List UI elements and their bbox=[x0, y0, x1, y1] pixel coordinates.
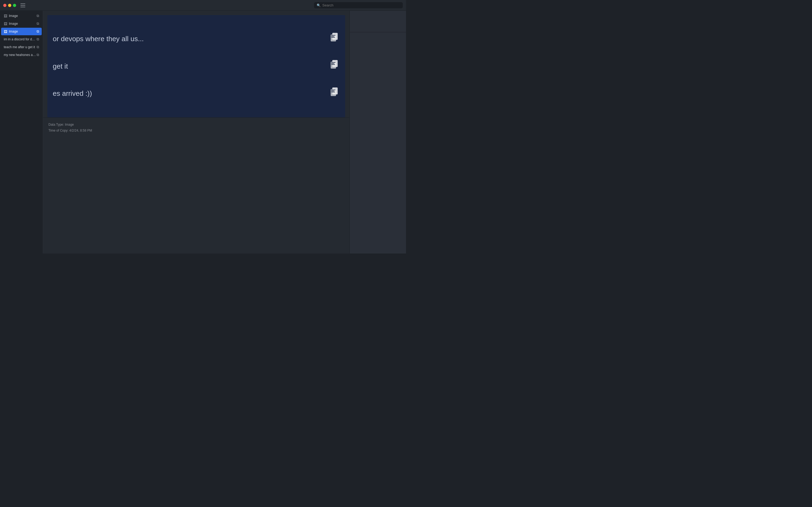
preview-area: or devops where they all us... bbox=[43, 11, 349, 253]
search-icon: 🔍 bbox=[317, 3, 321, 7]
list-item: get it bbox=[47, 57, 345, 75]
sidebar-item-text-3[interactable]: my new heahones arrived :)) ⧉ bbox=[1, 51, 42, 59]
preview-item-text: es arrived :)) bbox=[53, 89, 92, 98]
sidebar-item-image-2[interactable]: 🖼 Image ⧉ bbox=[1, 20, 42, 27]
sidebar-item-label: Image bbox=[9, 14, 18, 18]
svg-rect-9 bbox=[331, 64, 335, 65]
maximize-button[interactable] bbox=[13, 4, 16, 7]
sidebar-toggle-button[interactable] bbox=[20, 3, 25, 7]
list-item: or devops where they all us... bbox=[47, 30, 345, 48]
preview-item-text: get it bbox=[53, 62, 68, 70]
sidebar-item-label: Image bbox=[9, 22, 18, 25]
content-area: or devops where they all us... bbox=[43, 11, 406, 253]
sidebar-item-label: im in a discord for devops where they al… bbox=[4, 38, 37, 41]
copy-icon: ⧉ bbox=[37, 14, 39, 18]
copy-icon: ⧉ bbox=[37, 37, 39, 42]
sidebar-item-image-3[interactable]: 🖼 Image ⧉ bbox=[1, 28, 42, 35]
list-item: es arrived :)) bbox=[47, 85, 345, 103]
content-top: or devops where they all us... bbox=[43, 11, 406, 253]
svg-rect-4 bbox=[331, 37, 335, 38]
minimize-button[interactable] bbox=[8, 4, 11, 7]
svg-rect-14 bbox=[331, 92, 335, 92]
svg-rect-12 bbox=[331, 90, 336, 90]
preview-copy-icon-2 bbox=[330, 59, 340, 73]
copy-icon: ⧉ bbox=[37, 45, 39, 49]
traffic-lights bbox=[3, 4, 16, 7]
image-icon: 🖼 bbox=[4, 30, 7, 34]
sidebar-item-image-1[interactable]: 🖼 Image ⧉ bbox=[1, 12, 42, 20]
image-preview: or devops where they all us... bbox=[47, 15, 345, 117]
preview-copy-icon-1 bbox=[330, 32, 340, 46]
sidebar-item-label: Image bbox=[9, 30, 18, 34]
titlebar-left bbox=[3, 3, 25, 7]
preview-copy-icon-3 bbox=[330, 87, 340, 100]
sidebar-item-label: teach me after u get it bbox=[4, 45, 35, 49]
main-content: 🖼 Image ⧉ 🖼 Image ⧉ 🖼 Image ⧉ im in a di… bbox=[0, 11, 406, 253]
copy-icon: ⧉ bbox=[37, 29, 39, 34]
preview-item-text: or devops where they all us... bbox=[53, 35, 144, 43]
sidebar-item-label: my new heahones arrived :)) bbox=[4, 53, 37, 57]
sidebar-item-text-1[interactable]: im in a discord for devops where they al… bbox=[1, 36, 42, 43]
copy-icon: ⧉ bbox=[37, 21, 39, 26]
image-icon: 🖼 bbox=[4, 14, 7, 18]
svg-rect-2 bbox=[331, 35, 336, 36]
svg-rect-8 bbox=[331, 63, 335, 64]
metadata-area: Data Type: Image Time of Copy: 4/2/24, 8… bbox=[43, 117, 349, 138]
svg-rect-3 bbox=[331, 36, 335, 37]
svg-rect-7 bbox=[331, 62, 336, 63]
copy-icon: ⧉ bbox=[37, 53, 39, 57]
close-button[interactable] bbox=[3, 4, 6, 7]
data-type-label: Data Type: Image bbox=[48, 122, 344, 128]
preview-list: or devops where they all us... bbox=[47, 15, 345, 117]
right-panel bbox=[349, 11, 406, 253]
bottom-empty-area bbox=[43, 138, 349, 253]
sidebar-item-text-2[interactable]: teach me after u get it ⧉ bbox=[1, 43, 42, 51]
time-of-copy-label: Time of Copy: 4/2/24, 8:58 PM bbox=[48, 128, 344, 134]
sidebar: 🖼 Image ⧉ 🖼 Image ⧉ 🖼 Image ⧉ im in a di… bbox=[0, 11, 43, 253]
svg-rect-13 bbox=[331, 91, 335, 91]
search-bar[interactable]: 🔍 bbox=[314, 2, 403, 8]
right-panel-top bbox=[350, 11, 406, 32]
titlebar: 🔍 bbox=[0, 0, 406, 11]
image-icon: 🖼 bbox=[4, 22, 7, 26]
search-input[interactable] bbox=[322, 3, 400, 7]
